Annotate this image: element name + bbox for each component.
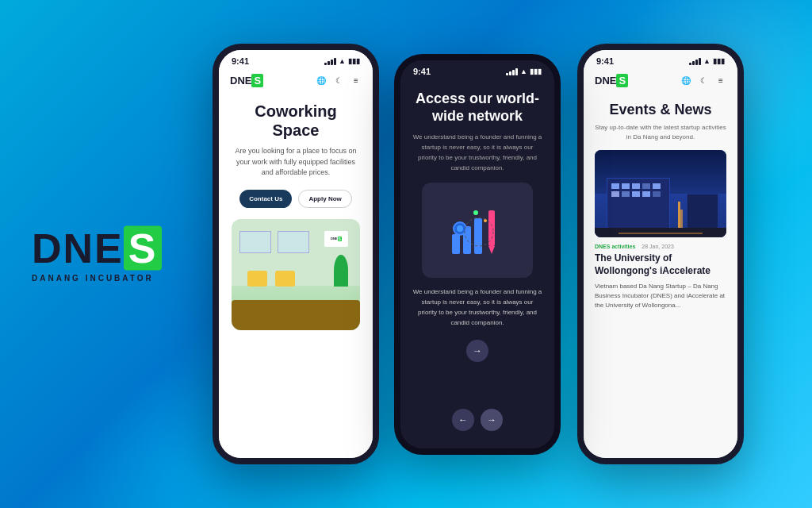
network-desc1: We understand being a founder and funnin…	[412, 133, 543, 173]
nav-logo-right: DNES	[595, 74, 628, 87]
cowork-title: Coworking Space	[232, 102, 360, 140]
logo-subtitle: DANANG INCUBATOR	[32, 274, 154, 283]
status-bar-left: 9:41 ▲ ▮▮▮	[219, 50, 373, 69]
window-2	[278, 231, 309, 253]
office-desk	[232, 300, 360, 330]
nav-right-button[interactable]: →	[481, 409, 503, 431]
status-bar-center: 9:41 ▲ ▮▮▮	[400, 60, 554, 79]
status-time-left: 9:41	[232, 56, 249, 66]
office-sign: DNES	[324, 231, 348, 247]
events-desc: Stay up-to-date with the latest startup …	[595, 123, 726, 142]
nav-bar-right: DNES 🌐 ☾ ≡	[584, 69, 737, 92]
signal-bar-2	[327, 61, 330, 65]
news-tag: DNES activities 28 Jan, 2023	[595, 244, 726, 249]
win	[632, 183, 640, 189]
sign-dne: DNE	[331, 237, 337, 241]
news-article-text: Vietnam based Da Nang Startup – Da Nang …	[595, 282, 726, 310]
phone-right-inner: 9:41 ▲ ▮▮▮ DNES 🌐 ☾ ≡	[584, 50, 737, 458]
apply-now-button[interactable]: Apply Now	[298, 190, 351, 208]
svg-rect-5	[488, 210, 495, 246]
road-line	[619, 233, 703, 234]
svg-marker-6	[488, 246, 495, 254]
office-scene: DNES	[232, 219, 360, 330]
signal-bar-r3	[695, 60, 698, 65]
cowork-desc: Are you looking for a place to focus on …	[232, 146, 360, 179]
moon-icon-right[interactable]: ☾	[698, 75, 709, 87]
phone-right: 9:41 ▲ ▮▮▮ DNES 🌐 ☾ ≡	[577, 44, 744, 464]
battery-icon-left: ▮▮▮	[348, 57, 360, 65]
battery-icon-center: ▮▮▮	[530, 67, 542, 75]
window-1	[239, 231, 271, 253]
moon-icon-left[interactable]: ☾	[333, 75, 344, 87]
globe-icon-right[interactable]: 🌐	[680, 75, 691, 87]
svg-rect-2	[474, 218, 482, 254]
events-content: Events & News Stay up-to-date with the l…	[584, 92, 737, 458]
win	[632, 191, 640, 197]
win	[622, 183, 630, 189]
status-bar-right: 9:41 ▲ ▮▮▮	[584, 50, 737, 69]
menu-icon-left[interactable]: ≡	[350, 75, 362, 87]
signal-bar-1	[324, 63, 327, 65]
signal-icon-center	[506, 67, 518, 75]
btn-row-left: Contact Us Apply Now	[232, 190, 360, 208]
cowork-image: DNES	[232, 219, 360, 330]
arrow-button-center[interactable]: →	[466, 340, 488, 362]
win	[642, 183, 650, 189]
signal-bar-c2	[509, 71, 511, 75]
svg-rect-0	[452, 234, 460, 254]
signal-bar-c1	[506, 73, 508, 75]
nav-bar-left: DNES 🌐 ☾ ≡	[219, 69, 373, 92]
phone-center-inner: 9:41 ▲ ▮▮▮ Access our world-wide network…	[400, 60, 554, 448]
logo-text: DNES	[32, 226, 162, 271]
nav-s-left: S	[251, 74, 263, 87]
sign-s: S	[338, 237, 342, 241]
signal-bar-r4	[699, 58, 701, 65]
signal-bar-4	[334, 58, 336, 65]
win	[611, 191, 619, 197]
nav-icons-right: 🌐 ☾ ≡	[680, 75, 726, 87]
phone-left: 9:41 ▲ ▮▮▮ DNES 🌐 ☾ ≡	[213, 44, 379, 464]
status-time-right: 9:41	[596, 56, 614, 66]
phone-center: 9:41 ▲ ▮▮▮ Access our world-wide network…	[394, 54, 561, 455]
globe-icon-left[interactable]: 🌐	[316, 75, 327, 87]
dark-content: Access our world-wide network We underst…	[400, 79, 554, 448]
phone-left-inner: 9:41 ▲ ▮▮▮ DNES 🌐 ☾ ≡	[219, 50, 373, 458]
win	[642, 191, 650, 197]
win	[653, 191, 661, 197]
wifi-icon-left: ▲	[339, 57, 346, 65]
menu-icon-right[interactable]: ≡	[715, 75, 726, 87]
tag-category: DNES activities	[595, 244, 635, 249]
signal-icon-right	[689, 57, 701, 65]
win	[653, 183, 661, 189]
nav-s-right: S	[616, 74, 628, 87]
nav-icons-left: 🌐 ☾ ≡	[316, 75, 362, 87]
signal-bar-r1	[689, 63, 691, 65]
tag-date: 28 Jan, 2023	[642, 244, 673, 249]
status-icons-left: ▲ ▮▮▮	[324, 57, 360, 65]
chart-svg	[446, 198, 509, 262]
nav-dne-left: DNE	[230, 75, 251, 87]
signal-icon-left	[324, 57, 336, 65]
wifi-icon-center: ▲	[520, 67, 527, 75]
contact-us-button[interactable]: Contact Us	[239, 190, 292, 208]
building-windows-grid	[607, 179, 669, 202]
status-icons-right: ▲ ▮▮▮	[689, 57, 725, 65]
win	[622, 191, 630, 197]
logo-dne: DNE	[32, 228, 124, 269]
events-title: Events & News	[595, 102, 726, 118]
network-title: Access our world-wide network	[412, 90, 543, 125]
svg-point-7	[473, 210, 478, 215]
news-article-title: The University of Wollongong's iAccelera…	[595, 252, 726, 277]
office-plant	[334, 255, 348, 287]
win	[611, 183, 619, 189]
nav-arrows-center: ← →	[452, 409, 503, 437]
signal-bar-3	[331, 60, 333, 65]
network-desc2: We understand being a founder and funnin…	[412, 287, 543, 328]
svg-point-8	[484, 219, 487, 222]
building-scene	[595, 150, 726, 237]
office-chair-1	[247, 271, 267, 287]
nav-logo-left: DNES	[230, 74, 263, 87]
nav-left-button[interactable]: ←	[452, 409, 474, 431]
office-chair-2	[275, 271, 295, 287]
signal-bar-c4	[515, 68, 518, 75]
